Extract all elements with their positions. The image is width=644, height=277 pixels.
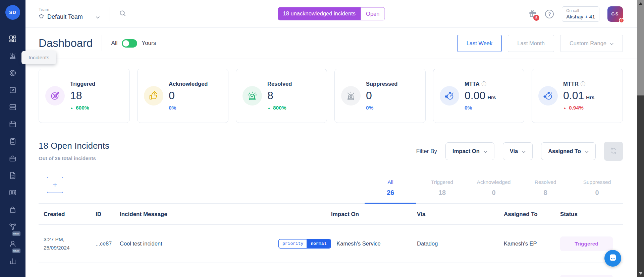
stat-trend: 0% bbox=[366, 105, 397, 111]
sidebar-item-services[interactable] bbox=[8, 103, 17, 112]
sidebar-item-statuspage[interactable] bbox=[8, 189, 17, 198]
unacknowledged-banner: 18 unacknowledged incidents Open bbox=[278, 7, 385, 20]
stat-card-acknowledged: Acknowledged 0 0% bbox=[137, 69, 228, 123]
chat-widget-button[interactable] bbox=[604, 250, 621, 267]
page-title: Dashboard bbox=[39, 37, 93, 50]
chevron-down-icon bbox=[484, 148, 487, 154]
new-badge: NEW bbox=[12, 231, 20, 236]
last-month-button[interactable]: Last Month bbox=[508, 35, 554, 52]
incidents-tooltip: Incidents bbox=[21, 51, 56, 64]
org-avatar[interactable]: SD bbox=[5, 5, 20, 20]
col-created: Created bbox=[44, 211, 96, 218]
sidebar-item-schedules[interactable] bbox=[8, 121, 17, 129]
chevron-down-icon bbox=[610, 40, 613, 47]
user-avatar[interactable]: GS ! bbox=[607, 6, 623, 22]
stat-trend: ▲800% bbox=[267, 105, 292, 111]
last-week-button[interactable]: Last Week bbox=[457, 35, 502, 52]
sidebar-item-runbooks[interactable] bbox=[8, 138, 17, 146]
dashboard-grid-icon bbox=[9, 35, 17, 44]
stat-value: 8 bbox=[267, 89, 292, 102]
open-incidents-heading: 18 Open Incidents bbox=[39, 141, 109, 151]
tab-triggered[interactable]: Triggered 18 bbox=[416, 177, 468, 204]
scrollbar-thumb[interactable] bbox=[637, 0, 644, 95]
tab-suppressed[interactable]: Suppressed 0 bbox=[571, 177, 623, 204]
whats-new-button[interactable]: 5 bbox=[528, 9, 537, 19]
sidebar-item-incidents[interactable] bbox=[8, 52, 17, 61]
add-incident-button[interactable]: + bbox=[47, 177, 63, 193]
stat-card-suppressed: Suppressed 0 0% bbox=[334, 69, 426, 123]
sidebar-item-store[interactable] bbox=[8, 206, 17, 215]
sidebar-item-escalation[interactable] bbox=[8, 86, 17, 95]
team-pentagon-icon bbox=[39, 13, 44, 20]
tab-resolved[interactable]: Resolved 8 bbox=[520, 177, 571, 204]
impact-on-dropdown[interactable]: Impact On bbox=[445, 142, 494, 160]
status-tabs: All 26 Triggered 18 Acknowledged 0 Resol… bbox=[365, 177, 623, 204]
title-bar: Dashboard All Yours Last Week Last Month… bbox=[25, 28, 637, 59]
toggle-knob bbox=[123, 40, 129, 47]
services-stack-icon bbox=[9, 103, 17, 113]
custom-range-button[interactable]: Custom Range bbox=[560, 35, 623, 52]
refresh-button[interactable] bbox=[604, 142, 623, 161]
table-header: Created ID Incident Message Impact On Vi… bbox=[39, 204, 623, 225]
analytics-chart-icon bbox=[9, 257, 17, 266]
page-scrollbar[interactable] bbox=[637, 0, 644, 277]
sidebar-item-reports[interactable] bbox=[8, 172, 17, 181]
chevron-down-icon bbox=[96, 14, 100, 20]
incidents-table: Created ID Incident Message Impact On Vi… bbox=[39, 204, 623, 277]
thumbs-up-icon bbox=[144, 86, 163, 106]
sidebar-item-users[interactable]: NEW bbox=[8, 240, 17, 249]
stat-value: 0.00Hrs bbox=[465, 89, 496, 102]
oncall-label: On-call bbox=[566, 8, 595, 13]
gift-badge: 5 bbox=[533, 15, 539, 21]
col-via: Via bbox=[417, 211, 504, 218]
stat-value: 0.01Hrs bbox=[563, 89, 594, 102]
trend-up-icon: ▲ bbox=[563, 106, 567, 110]
header-divider bbox=[109, 7, 109, 21]
chat-bubble-icon bbox=[609, 254, 617, 263]
sidebar-item-oncall[interactable] bbox=[8, 69, 17, 78]
cell-assigned: Kamesh's EP bbox=[504, 240, 560, 247]
team-name: Default Team bbox=[47, 13, 83, 20]
sidebar-item-analytics[interactable] bbox=[8, 257, 17, 266]
store-bag-icon bbox=[9, 206, 17, 215]
user-notification-dot: ! bbox=[619, 18, 624, 23]
help-button[interactable]: ? bbox=[545, 10, 554, 18]
sidebar-item-dashboard[interactable] bbox=[8, 35, 17, 44]
toggle-label-yours: Yours bbox=[142, 40, 156, 47]
top-header: Team Default Team 18 unacknowledged inci… bbox=[25, 0, 637, 28]
scroll-down-icon[interactable] bbox=[639, 272, 643, 275]
info-icon: ⓘ bbox=[482, 81, 486, 87]
stat-card-mttr: MTTRⓘ 0.01Hrs ▲0.94% bbox=[532, 69, 623, 123]
open-incidents-button[interactable]: Open bbox=[361, 7, 385, 20]
sidebar-item-postmortems[interactable] bbox=[8, 155, 17, 163]
new-badge: NEW bbox=[12, 249, 20, 253]
search-icon[interactable] bbox=[119, 9, 126, 18]
assigned-to-dropdown[interactable]: Assigned To bbox=[541, 142, 596, 160]
oncall-target-icon bbox=[9, 69, 17, 78]
siren-check-icon bbox=[243, 86, 262, 106]
stat-label: Triggered bbox=[70, 81, 95, 87]
all-yours-toggle[interactable] bbox=[122, 39, 137, 48]
total-incidents-subheading: Out of 26 total incidents bbox=[39, 155, 109, 161]
stat-label: Resolved bbox=[267, 81, 292, 87]
trend-up-icon: ▲ bbox=[267, 106, 271, 110]
stat-label: Acknowledged bbox=[169, 81, 208, 87]
tab-acknowledged[interactable]: Acknowledged 0 bbox=[468, 177, 520, 204]
cell-status: Triggered bbox=[560, 236, 623, 251]
priority-tag: prioritynormal bbox=[278, 239, 331, 249]
siren-mute-icon bbox=[341, 86, 361, 106]
table-row[interactable]: 4:50 PM, ...011c Cool test incident prio… bbox=[39, 263, 623, 277]
filter-by-label: Filter By bbox=[416, 148, 437, 155]
stat-cards: Triggered 18 ▲600% Acknowledged 0 0% Res… bbox=[39, 69, 623, 123]
refresh-icon bbox=[609, 147, 618, 156]
tab-all[interactable]: All 26 bbox=[365, 177, 416, 204]
oncall-widget[interactable]: On-call Akshay + 41 bbox=[562, 6, 599, 22]
team-selector[interactable]: Team Default Team bbox=[25, 7, 100, 20]
scroll-up-icon[interactable] bbox=[639, 2, 643, 5]
sidebar-item-workflows[interactable]: NEW bbox=[8, 223, 17, 232]
stat-card-triggered: Triggered 18 ▲600% bbox=[39, 69, 130, 123]
table-row[interactable]: 3:27 PM, 25/09/2024 ...ce87 Cool test in… bbox=[39, 225, 623, 263]
via-dropdown[interactable]: Via bbox=[503, 142, 533, 160]
stat-value: 0 bbox=[366, 89, 397, 102]
sidebar-nav: NEW NEW bbox=[8, 35, 17, 266]
